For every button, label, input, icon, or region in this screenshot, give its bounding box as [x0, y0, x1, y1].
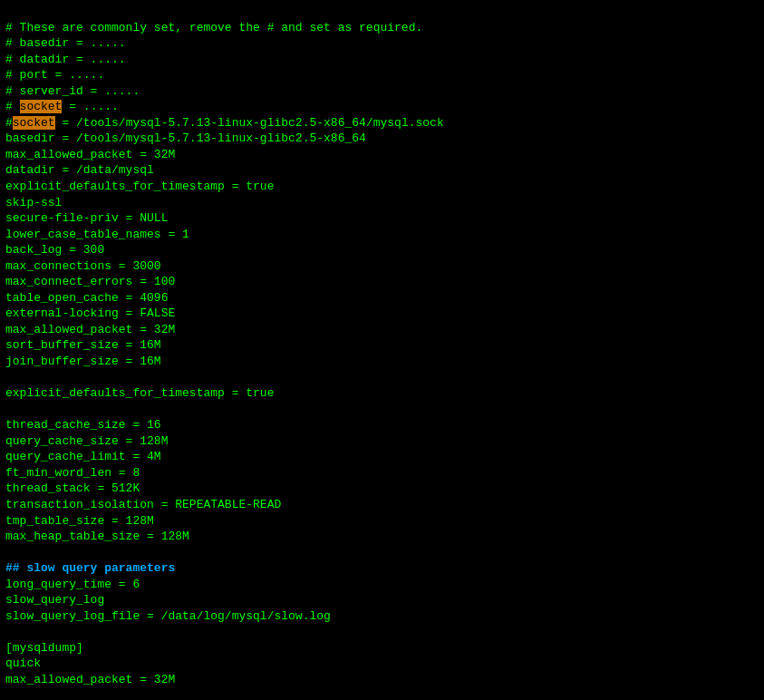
line-11: explicit_defaults_for_timestamp = true	[5, 180, 274, 193]
line-8: basedir = /tools/mysql-5.7.13-linux-glib…	[5, 131, 366, 145]
line-2: # basedir = .....	[5, 36, 126, 50]
line-13: secure-file-priv = NULL	[5, 211, 168, 225]
line-7: #socket = /tools/mysql-5.7.13-linux-glib…	[5, 116, 444, 130]
line-38: max_allowed_packet = 32M	[5, 673, 175, 686]
line-15: back_log = 300	[5, 243, 104, 257]
line-24: thread_cache_size = 16	[5, 418, 161, 432]
line-10: datadir = /data/mysql	[5, 163, 154, 177]
line-20: max_allowed_packet = 32M	[5, 323, 175, 336]
line-3: # datadir = .....	[5, 53, 126, 66]
line-12: skip-ssl	[5, 196, 62, 209]
line-34: slow_query_log	[5, 593, 104, 607]
line-22: join_buffer_size = 16M	[5, 355, 161, 368]
terminal-content: # These are commonly set, remove the # a…	[0, 0, 764, 700]
line-25: query_cache_size = 128M	[5, 434, 168, 448]
line-17: max_connect_errors = 100	[5, 275, 175, 288]
socket-highlight: socket	[20, 100, 63, 113]
line-23: explicit_defaults_for_timestamp = true	[5, 386, 274, 400]
line-21: sort_buffer_size = 16M	[5, 338, 161, 352]
line-31: max_heap_table_size = 128M	[5, 530, 189, 543]
line-5: # server_id = .....	[5, 84, 140, 98]
line-4: # port = .....	[5, 68, 104, 82]
line-6: # socket = .....	[5, 100, 119, 113]
line-36: [mysqldump]	[5, 641, 83, 655]
socket-highlight-2: socket	[13, 116, 55, 130]
line-9: max_allowed_packet = 32M	[5, 148, 175, 161]
line-14: lower_case_table_names = 1	[5, 228, 189, 241]
line-18: table_open_cache = 4096	[5, 291, 168, 305]
line-16: max_connections = 3000	[5, 259, 161, 273]
line-33: long_query_time = 6	[5, 578, 140, 591]
line-35: slow_query_log_file = /data/log/mysql/sl…	[5, 609, 331, 623]
line-1: # These are commonly set, remove the # a…	[5, 21, 422, 34]
line-32: ## slow query parameters	[5, 561, 175, 575]
line-28: thread_stack = 512K	[5, 481, 140, 495]
line-26: query_cache_limit = 4M	[5, 450, 161, 463]
line-37: quick	[5, 656, 41, 670]
line-27: ft_min_word_len = 8	[5, 466, 140, 480]
line-19: external-locking = FALSE	[5, 306, 175, 320]
line-29: transaction_isolation = REPEATABLE-READ	[5, 498, 281, 511]
line-30: tmp_table_size = 128M	[5, 514, 154, 528]
